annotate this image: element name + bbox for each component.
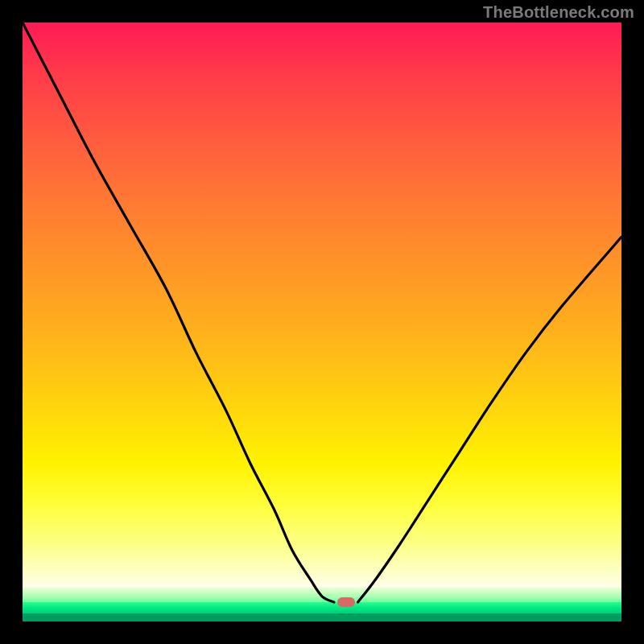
watermark-text: TheBottleneck.com [483,3,634,22]
chart-frame: TheBottleneck.com [0,0,644,644]
plot-area [23,23,621,621]
optimal-marker [337,597,355,607]
curve-right [358,237,621,602]
bottleneck-curve [23,23,621,621]
curve-left [23,23,334,602]
